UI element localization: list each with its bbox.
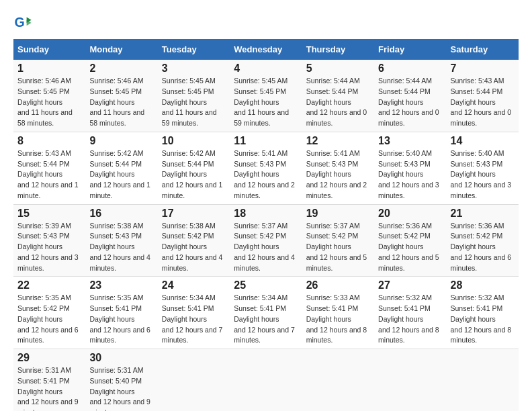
calendar-cell: 8 Sunrise: 5:43 AM Sunset: 5:44 PM Dayli… bbox=[13, 132, 85, 204]
day-number: 25 bbox=[234, 279, 298, 291]
calendar-cell: 9 Sunrise: 5:42 AM Sunset: 5:44 PM Dayli… bbox=[85, 132, 157, 204]
calendar-cell: 1 Sunrise: 5:46 AM Sunset: 5:45 PM Dayli… bbox=[13, 60, 85, 132]
weekday-header: Sunday bbox=[13, 39, 85, 60]
calendar-cell bbox=[158, 349, 230, 412]
calendar-cell: 6 Sunrise: 5:44 AM Sunset: 5:44 PM Dayli… bbox=[374, 60, 446, 132]
day-info: Sunrise: 5:40 AM Sunset: 5:43 PM Dayligh… bbox=[451, 149, 512, 199]
day-number: 28 bbox=[451, 279, 515, 291]
weekday-header: Wednesday bbox=[230, 39, 302, 60]
calendar-cell: 17 Sunrise: 5:38 AM Sunset: 5:42 PM Dayl… bbox=[158, 204, 230, 277]
day-number: 7 bbox=[451, 62, 515, 75]
calendar-cell: 5 Sunrise: 5:44 AM Sunset: 5:44 PM Dayli… bbox=[302, 60, 374, 132]
calendar-cell bbox=[447, 349, 519, 412]
calendar-cell: 30 Sunrise: 5:31 AM Sunset: 5:40 PM Dayl… bbox=[85, 349, 157, 412]
day-info: Sunrise: 5:37 AM Sunset: 5:42 PM Dayligh… bbox=[234, 222, 295, 272]
day-number: 16 bbox=[89, 208, 153, 220]
calendar-cell: 4 Sunrise: 5:45 AM Sunset: 5:45 PM Dayli… bbox=[230, 60, 302, 132]
calendar-cell: 16 Sunrise: 5:38 AM Sunset: 5:43 PM Dayl… bbox=[85, 204, 157, 277]
day-info: Sunrise: 5:42 AM Sunset: 5:44 PM Dayligh… bbox=[89, 149, 150, 199]
calendar-cell bbox=[374, 349, 446, 412]
calendar-week-row: 22 Sunrise: 5:35 AM Sunset: 5:42 PM Dayl… bbox=[13, 277, 519, 349]
calendar-cell: 7 Sunrise: 5:43 AM Sunset: 5:44 PM Dayli… bbox=[447, 60, 519, 132]
day-info: Sunrise: 5:43 AM Sunset: 5:44 PM Dayligh… bbox=[451, 77, 512, 127]
day-info: Sunrise: 5:33 AM Sunset: 5:41 PM Dayligh… bbox=[306, 293, 367, 344]
day-number: 11 bbox=[234, 135, 298, 147]
calendar-cell: 27 Sunrise: 5:32 AM Sunset: 5:41 PM Dayl… bbox=[374, 277, 446, 349]
day-info: Sunrise: 5:32 AM Sunset: 5:41 PM Dayligh… bbox=[378, 293, 439, 344]
day-number: 17 bbox=[162, 208, 226, 220]
day-info: Sunrise: 5:38 AM Sunset: 5:42 PM Dayligh… bbox=[162, 222, 223, 272]
calendar-cell: 10 Sunrise: 5:42 AM Sunset: 5:44 PM Dayl… bbox=[158, 132, 230, 204]
logo-icon: G bbox=[13, 13, 32, 32]
calendar-week-row: 1 Sunrise: 5:46 AM Sunset: 5:45 PM Dayli… bbox=[13, 60, 519, 132]
day-info: Sunrise: 5:40 AM Sunset: 5:43 PM Dayligh… bbox=[378, 149, 439, 199]
day-number: 14 bbox=[451, 135, 515, 147]
weekday-header: Saturday bbox=[447, 39, 519, 60]
day-number: 27 bbox=[378, 279, 442, 291]
calendar-cell bbox=[302, 349, 374, 412]
day-info: Sunrise: 5:32 AM Sunset: 5:41 PM Dayligh… bbox=[451, 293, 512, 344]
day-number: 2 bbox=[89, 62, 153, 75]
day-number: 24 bbox=[162, 279, 226, 291]
calendar-cell: 21 Sunrise: 5:36 AM Sunset: 5:42 PM Dayl… bbox=[447, 204, 519, 277]
day-info: Sunrise: 5:38 AM Sunset: 5:43 PM Dayligh… bbox=[89, 222, 150, 272]
day-number: 6 bbox=[378, 62, 442, 75]
day-number: 29 bbox=[17, 352, 81, 364]
day-info: Sunrise: 5:45 AM Sunset: 5:45 PM Dayligh… bbox=[162, 77, 217, 127]
day-info: Sunrise: 5:44 AM Sunset: 5:44 PM Dayligh… bbox=[306, 77, 367, 127]
day-number: 8 bbox=[17, 135, 81, 147]
calendar-cell: 29 Sunrise: 5:31 AM Sunset: 5:41 PM Dayl… bbox=[13, 349, 85, 412]
weekday-header: Tuesday bbox=[158, 39, 230, 60]
day-number: 13 bbox=[378, 135, 442, 147]
calendar-cell: 23 Sunrise: 5:35 AM Sunset: 5:41 PM Dayl… bbox=[85, 277, 157, 349]
day-number: 3 bbox=[162, 62, 226, 75]
day-info: Sunrise: 5:46 AM Sunset: 5:45 PM Dayligh… bbox=[17, 77, 73, 127]
calendar-cell: 15 Sunrise: 5:39 AM Sunset: 5:43 PM Dayl… bbox=[13, 204, 85, 277]
calendar-cell: 13 Sunrise: 5:40 AM Sunset: 5:43 PM Dayl… bbox=[374, 132, 446, 204]
day-info: Sunrise: 5:45 AM Sunset: 5:45 PM Dayligh… bbox=[234, 77, 289, 127]
day-info: Sunrise: 5:35 AM Sunset: 5:42 PM Dayligh… bbox=[17, 293, 79, 344]
calendar-cell: 14 Sunrise: 5:40 AM Sunset: 5:43 PM Dayl… bbox=[447, 132, 519, 204]
day-info: Sunrise: 5:35 AM Sunset: 5:41 PM Dayligh… bbox=[89, 293, 150, 344]
calendar-cell: 19 Sunrise: 5:37 AM Sunset: 5:42 PM Dayl… bbox=[302, 204, 374, 277]
day-info: Sunrise: 5:31 AM Sunset: 5:40 PM Dayligh… bbox=[89, 366, 150, 411]
day-number: 21 bbox=[451, 208, 515, 220]
day-number: 19 bbox=[306, 208, 370, 220]
day-info: Sunrise: 5:37 AM Sunset: 5:42 PM Dayligh… bbox=[306, 222, 367, 272]
calendar-week-row: 15 Sunrise: 5:39 AM Sunset: 5:43 PM Dayl… bbox=[13, 204, 519, 277]
calendar-cell: 25 Sunrise: 5:34 AM Sunset: 5:41 PM Dayl… bbox=[230, 277, 302, 349]
day-info: Sunrise: 5:34 AM Sunset: 5:41 PM Dayligh… bbox=[234, 293, 295, 344]
day-info: Sunrise: 5:36 AM Sunset: 5:42 PM Dayligh… bbox=[451, 222, 512, 272]
day-number: 15 bbox=[17, 208, 81, 220]
day-number: 12 bbox=[306, 135, 370, 147]
calendar-cell: 26 Sunrise: 5:33 AM Sunset: 5:41 PM Dayl… bbox=[302, 277, 374, 349]
day-number: 9 bbox=[89, 135, 153, 147]
weekday-header: Thursday bbox=[302, 39, 374, 60]
calendar-week-row: 29 Sunrise: 5:31 AM Sunset: 5:41 PM Dayl… bbox=[13, 349, 519, 412]
calendar-cell: 11 Sunrise: 5:41 AM Sunset: 5:43 PM Dayl… bbox=[230, 132, 302, 204]
calendar-cell: 18 Sunrise: 5:37 AM Sunset: 5:42 PM Dayl… bbox=[230, 204, 302, 277]
day-number: 22 bbox=[17, 279, 81, 291]
day-info: Sunrise: 5:46 AM Sunset: 5:45 PM Dayligh… bbox=[89, 77, 144, 127]
day-info: Sunrise: 5:39 AM Sunset: 5:43 PM Dayligh… bbox=[17, 222, 79, 272]
calendar-cell: 3 Sunrise: 5:45 AM Sunset: 5:45 PM Dayli… bbox=[158, 60, 230, 132]
calendar-cell: 20 Sunrise: 5:36 AM Sunset: 5:42 PM Dayl… bbox=[374, 204, 446, 277]
day-number: 30 bbox=[89, 352, 153, 364]
calendar-cell: 2 Sunrise: 5:46 AM Sunset: 5:45 PM Dayli… bbox=[85, 60, 157, 132]
day-info: Sunrise: 5:34 AM Sunset: 5:41 PM Dayligh… bbox=[162, 293, 223, 344]
logo: G bbox=[13, 13, 35, 32]
day-info: Sunrise: 5:41 AM Sunset: 5:43 PM Dayligh… bbox=[234, 149, 295, 199]
day-info: Sunrise: 5:42 AM Sunset: 5:44 PM Dayligh… bbox=[162, 149, 223, 199]
weekday-header: Friday bbox=[374, 39, 446, 60]
day-number: 5 bbox=[306, 62, 370, 75]
day-info: Sunrise: 5:43 AM Sunset: 5:44 PM Dayligh… bbox=[17, 149, 79, 199]
calendar-cell: 22 Sunrise: 5:35 AM Sunset: 5:42 PM Dayl… bbox=[13, 277, 85, 349]
calendar-cell bbox=[230, 349, 302, 412]
day-number: 23 bbox=[89, 279, 153, 291]
day-number: 10 bbox=[162, 135, 226, 147]
weekday-header-row: SundayMondayTuesdayWednesdayThursdayFrid… bbox=[13, 39, 519, 60]
day-info: Sunrise: 5:36 AM Sunset: 5:42 PM Dayligh… bbox=[378, 222, 439, 272]
day-number: 18 bbox=[234, 208, 298, 220]
calendar-week-row: 8 Sunrise: 5:43 AM Sunset: 5:44 PM Dayli… bbox=[13, 132, 519, 204]
day-info: Sunrise: 5:41 AM Sunset: 5:43 PM Dayligh… bbox=[306, 149, 367, 199]
